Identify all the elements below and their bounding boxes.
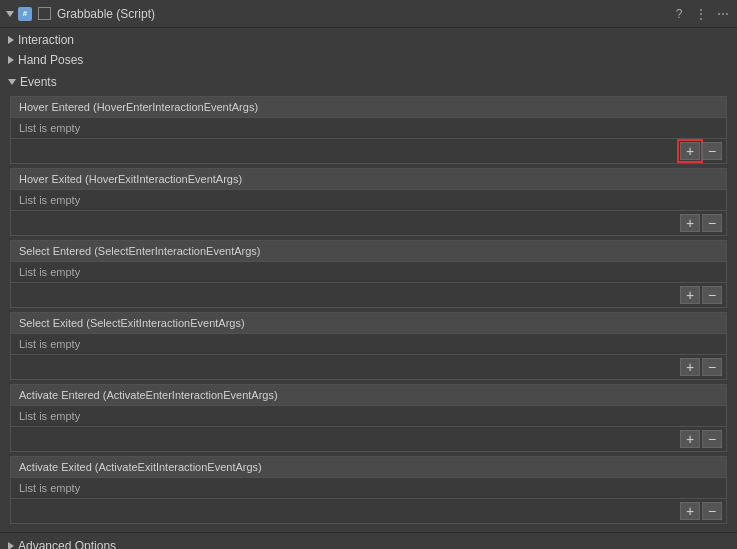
- event-group-1: Hover Exited (HoverExitInteractionEventA…: [10, 168, 727, 236]
- event-groups: Hover Entered (HoverEnterInteractionEven…: [0, 96, 737, 524]
- event-title-5: Activate Exited (ActivateExitInteraction…: [11, 457, 726, 478]
- hand-poses-collapse-icon: [8, 56, 14, 64]
- event-title-1: Hover Exited (HoverExitInteractionEventA…: [11, 169, 726, 190]
- add-event-btn-1[interactable]: +: [680, 214, 700, 232]
- overflow-icon[interactable]: ⋯: [715, 6, 731, 22]
- remove-event-btn-2[interactable]: −: [702, 286, 722, 304]
- interaction-section[interactable]: Interaction: [0, 30, 737, 50]
- collapse-toggle-icon[interactable]: [6, 11, 14, 17]
- remove-event-btn-1[interactable]: −: [702, 214, 722, 232]
- component-content: Interaction Hand Poses Events Hover Ente…: [0, 28, 737, 532]
- event-empty-2: List is empty: [11, 262, 726, 282]
- component-header: # Grabbable (Script) ? ⋮ ⋯: [0, 0, 737, 28]
- event-title-3: Select Exited (SelectExitInteractionEven…: [11, 313, 726, 334]
- add-event-btn-3[interactable]: +: [680, 358, 700, 376]
- event-title-4: Activate Entered (ActivateEnterInteracti…: [11, 385, 726, 406]
- hand-poses-section[interactable]: Hand Poses: [0, 50, 737, 70]
- interaction-label: Interaction: [18, 33, 74, 47]
- remove-event-btn-3[interactable]: −: [702, 358, 722, 376]
- advanced-options-icon: [8, 542, 14, 549]
- event-controls-0: +−: [11, 138, 726, 163]
- add-event-btn-0[interactable]: +: [680, 142, 700, 160]
- event-empty-1: List is empty: [11, 190, 726, 210]
- event-title-2: Select Entered (SelectEnterInteractionEv…: [11, 241, 726, 262]
- component-title: Grabbable (Script): [57, 7, 155, 21]
- events-label: Events: [20, 75, 57, 89]
- event-empty-0: List is empty: [11, 118, 726, 138]
- event-controls-2: +−: [11, 282, 726, 307]
- hand-poses-label: Hand Poses: [18, 53, 83, 67]
- event-controls-1: +−: [11, 210, 726, 235]
- event-group-3: Select Exited (SelectExitInteractionEven…: [10, 312, 727, 380]
- settings-icon[interactable]: ⋮: [693, 6, 709, 22]
- events-header[interactable]: Events: [0, 72, 737, 92]
- add-event-btn-2[interactable]: +: [680, 286, 700, 304]
- help-icon[interactable]: ?: [671, 6, 687, 22]
- events-collapse-icon: [8, 79, 16, 85]
- events-section: Events Hover Entered (HoverEnterInteract…: [0, 70, 737, 530]
- event-title-0: Hover Entered (HoverEnterInteractionEven…: [11, 97, 726, 118]
- add-event-btn-5[interactable]: +: [680, 502, 700, 520]
- event-empty-5: List is empty: [11, 478, 726, 498]
- event-group-5: Activate Exited (ActivateExitInteraction…: [10, 456, 727, 524]
- advanced-options-label: Advanced Options: [18, 539, 116, 549]
- event-controls-5: +−: [11, 498, 726, 523]
- event-empty-4: List is empty: [11, 406, 726, 426]
- remove-event-btn-5[interactable]: −: [702, 502, 722, 520]
- enable-checkbox[interactable]: [38, 7, 51, 20]
- advanced-options-section[interactable]: Advanced Options: [0, 532, 737, 549]
- event-controls-4: +−: [11, 426, 726, 451]
- event-empty-3: List is empty: [11, 334, 726, 354]
- remove-event-btn-4[interactable]: −: [702, 430, 722, 448]
- event-group-0: Hover Entered (HoverEnterInteractionEven…: [10, 96, 727, 164]
- script-icon: #: [18, 7, 32, 21]
- add-event-btn-4[interactable]: +: [680, 430, 700, 448]
- event-controls-3: +−: [11, 354, 726, 379]
- header-right: ? ⋮ ⋯: [671, 6, 731, 22]
- interaction-collapse-icon: [8, 36, 14, 44]
- event-group-2: Select Entered (SelectEnterInteractionEv…: [10, 240, 727, 308]
- header-left: # Grabbable (Script): [6, 7, 671, 21]
- remove-event-btn-0[interactable]: −: [702, 142, 722, 160]
- event-group-4: Activate Entered (ActivateEnterInteracti…: [10, 384, 727, 452]
